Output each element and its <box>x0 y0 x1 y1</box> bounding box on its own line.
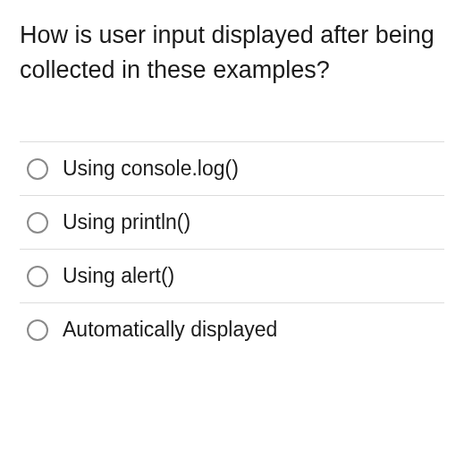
radio-icon <box>27 212 48 234</box>
question-text: How is user input displayed after being … <box>20 18 444 88</box>
options-group: Using console.log() Using println() Usin… <box>20 141 444 356</box>
radio-icon <box>27 158 48 180</box>
option-3[interactable]: Automatically displayed <box>20 302 444 356</box>
option-label: Automatically displayed <box>63 318 277 342</box>
option-label: Using println() <box>63 210 190 234</box>
option-label: Using alert() <box>63 264 174 288</box>
radio-icon <box>27 319 48 341</box>
option-0[interactable]: Using console.log() <box>20 141 444 195</box>
option-2[interactable]: Using alert() <box>20 249 444 302</box>
option-label: Using console.log() <box>63 157 239 181</box>
radio-icon <box>27 266 48 287</box>
option-1[interactable]: Using println() <box>20 195 444 249</box>
